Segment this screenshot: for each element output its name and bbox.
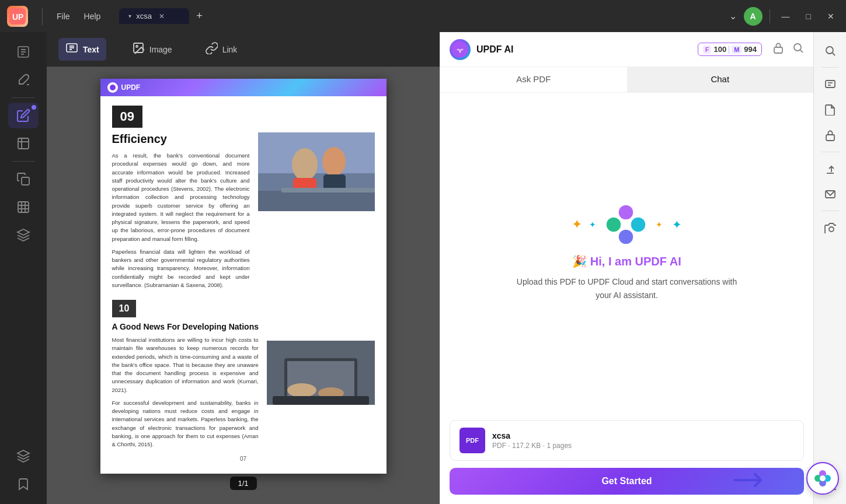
right-divider-1 (821, 67, 839, 68)
document-tab[interactable]: ▾ xcsa ✕ (119, 8, 189, 24)
svg-point-45 (607, 218, 621, 232)
svg-point-35 (287, 383, 316, 397)
section-09-box: 09 (112, 106, 142, 128)
tab-dropdown-icon: ▾ (128, 13, 131, 19)
link-tool-label: Link (222, 45, 238, 54)
right-camera-icon[interactable] (819, 216, 842, 239)
svg-point-46 (621, 219, 631, 230)
sidebar-item-bookmark[interactable] (8, 471, 39, 497)
image-tool-icon (132, 41, 145, 57)
svg-rect-11 (18, 202, 29, 212)
right-ocr-icon[interactable] (819, 72, 842, 96)
link-tool-icon (205, 41, 218, 57)
svg-rect-49 (826, 80, 835, 88)
tab-container: ▾ xcsa ✕ + (119, 8, 207, 24)
file-icon-label: PDF (466, 437, 479, 444)
svg-point-43 (631, 218, 646, 232)
credits-m-value: 994 (744, 45, 757, 54)
text-tool-label: Text (83, 45, 99, 54)
sidebar-item-table[interactable] (8, 194, 39, 220)
pdf-content[interactable]: UPDF 09 Efficiency As a result, the bank… (47, 67, 440, 504)
section-09-image (258, 132, 375, 211)
section-09-body2: Paperless financial data will lighten th… (112, 248, 250, 289)
ai-footer: Get Started (440, 461, 813, 504)
ai-header: UPDF AI F 100 M 994 (440, 32, 813, 67)
file-meta: PDF · 117.2 KB · 1 pages (492, 442, 794, 450)
credits-m-icon: M (732, 46, 741, 54)
text-tool-button[interactable]: Text (58, 38, 106, 61)
maximize-button[interactable]: □ (802, 9, 816, 23)
ai-greeting: 🎉 Hi, I am UPDF AI (572, 254, 681, 268)
credits-m-box: M 994 (732, 45, 757, 54)
svg-point-40 (794, 44, 801, 51)
main-content: Text Image (0, 32, 846, 504)
svg-rect-30 (258, 191, 375, 211)
dropdown-button[interactable]: ⌄ (729, 10, 737, 22)
floating-ai-button[interactable] (806, 462, 839, 495)
sidebar-left (0, 32, 47, 504)
sidebar-divider-1 (12, 97, 35, 98)
add-tab-button[interactable]: + (192, 8, 207, 24)
page-indicator: 1/1 (229, 477, 256, 490)
sidebar-item-edit[interactable] (8, 103, 39, 128)
sidebar-item-layout[interactable] (8, 131, 39, 156)
section-10-title: A Good News For Developing Nations (112, 322, 375, 331)
minimize-button[interactable]: — (777, 9, 795, 23)
ai-file-card: PDF xcsa PDF · 117.2 KB · 1 pages (450, 420, 804, 461)
logo-icon: UP (7, 6, 28, 27)
right-divider-3 (821, 211, 839, 211)
right-page-icon[interactable] (819, 98, 842, 121)
avatar[interactable]: A (744, 7, 763, 26)
sidebar-right (813, 32, 846, 504)
sparkle-4-icon: ✦ (672, 218, 682, 232)
right-lock-icon[interactable] (819, 124, 842, 147)
section-10-box: 10 (112, 300, 137, 317)
tab-label: xcsa (136, 12, 152, 20)
ai-decorations: ✦ ✦ ✦ ✦ (572, 204, 682, 245)
arrow-indicator (732, 471, 772, 491)
tab-close-button[interactable]: ✕ (159, 12, 165, 20)
link-tool-button[interactable]: Link (198, 38, 245, 61)
right-email-icon[interactable] (819, 183, 842, 206)
lock-icon[interactable] (772, 42, 784, 57)
svg-rect-52 (826, 135, 834, 141)
right-divider-2 (821, 152, 839, 152)
svg-point-47 (826, 47, 833, 54)
tab-chat[interactable]: Chat (627, 67, 814, 92)
search-icon[interactable] (792, 42, 804, 57)
sidebar-item-brush[interactable] (8, 67, 39, 93)
title-divider (42, 8, 43, 25)
right-search-icon[interactable] (819, 39, 842, 62)
pdf-page-number: 07 (112, 453, 375, 464)
ai-description: Upload this PDF to UPDF Cloud and start … (516, 275, 738, 302)
pdf-header: UPDF (100, 79, 387, 96)
svg-point-44 (619, 230, 633, 244)
sidebar-item-pages[interactable] (8, 39, 39, 65)
active-badge (32, 105, 36, 110)
greeting-emoji: 🎉 (572, 255, 587, 268)
sidebar-divider-2 (12, 161, 35, 162)
svg-point-22 (136, 46, 138, 47)
sidebar-item-stack[interactable] (8, 443, 39, 469)
pdf-toolbar: Text Image (47, 32, 440, 67)
titlebar: UP File Help ▾ xcsa ✕ + ⌄ A — □ ✕ (0, 0, 846, 32)
sidebar-item-layers[interactable] (8, 222, 39, 248)
section-09-title: Efficiency (112, 132, 250, 146)
credits-f-box: F 100 (703, 45, 726, 54)
svg-rect-39 (774, 47, 782, 53)
ai-credits: F 100 M 994 (698, 43, 762, 56)
sidebar-item-copy[interactable] (8, 166, 39, 192)
greeting-name: UPDF AI (635, 255, 681, 268)
svg-point-26 (292, 148, 318, 181)
sparkle-3-icon: ✦ (656, 220, 663, 229)
file-menu[interactable]: File (52, 9, 75, 23)
ai-body: ✦ ✦ ✦ ✦ 🎉 Hi, I am UPDF AI Uploa (440, 93, 813, 413)
image-tool-button[interactable]: Image (125, 38, 179, 61)
pdf-page: UPDF 09 Efficiency As a result, the bank… (100, 79, 387, 474)
right-upload-icon[interactable] (819, 157, 842, 180)
close-window-button[interactable]: ✕ (823, 9, 839, 23)
tab-ask-pdf[interactable]: Ask PDF (440, 67, 627, 92)
sparkle-2-icon: ✦ (589, 220, 596, 229)
file-name: xcsa (492, 431, 794, 440)
help-menu[interactable]: Help (79, 9, 106, 23)
